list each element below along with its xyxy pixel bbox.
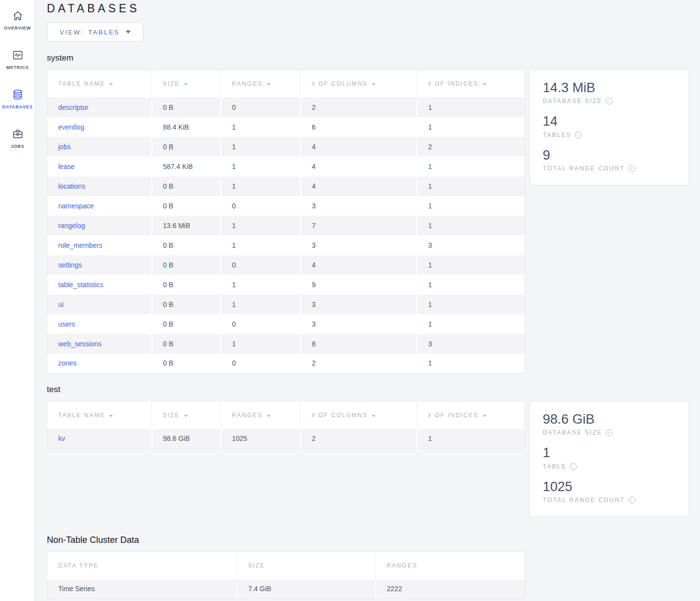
table-name-link[interactable]: jobs xyxy=(58,143,71,151)
table-name-link[interactable]: descriptor xyxy=(58,103,88,111)
table-cell: 1 xyxy=(417,98,525,117)
table-cell: 2 xyxy=(417,137,525,157)
sidebar-item-jobs[interactable]: JOBS xyxy=(0,118,35,158)
table-name-cell: rangelog xyxy=(47,216,152,235)
table-name-cell: settings xyxy=(47,255,152,275)
summary-stat: 1TABLEi xyxy=(543,445,676,469)
table-cell: 1 xyxy=(417,196,525,216)
table-name-link[interactable]: namespace xyxy=(58,202,94,210)
stat-value: 9 xyxy=(543,147,676,163)
table-cell: 3 xyxy=(301,314,417,334)
stat-label: DATABASE SIZEi xyxy=(543,429,676,436)
column-header[interactable]: TABLE NAME xyxy=(47,401,152,429)
stat-label-text: TOTAL RANGE COUNT xyxy=(543,497,625,503)
table-name-link[interactable]: table_statistics xyxy=(58,281,104,289)
stat-label-text: DATABASE SIZE xyxy=(543,98,602,104)
table-cell: 4 xyxy=(301,137,417,157)
non-table-section: Non-Table Cluster Data DATA TYPESIZERANG… xyxy=(47,535,700,599)
column-header[interactable]: # OF COLUMNS xyxy=(301,401,417,429)
info-icon[interactable]: i xyxy=(606,429,613,436)
table-cell: 0 B xyxy=(152,98,221,117)
table-cell: 0 xyxy=(221,98,301,117)
table-cell: 0 B xyxy=(152,137,221,157)
sidebar-item-label: METRICS xyxy=(6,65,29,70)
column-header-label: # OF COLUMNS xyxy=(312,412,368,419)
stat-label: DATABASE SIZEi xyxy=(543,98,676,104)
stat-label-text: TOTAL RANGE COUNT xyxy=(543,165,625,172)
table-cell: 1 xyxy=(417,255,525,275)
sort-caret-icon xyxy=(184,415,188,417)
column-header[interactable]: # OF COLUMNS xyxy=(301,70,417,98)
table-name-cell: descriptor xyxy=(47,98,152,117)
table-row: users0 B031 xyxy=(47,314,525,334)
table-cell: 1 xyxy=(417,117,525,137)
info-icon[interactable]: i xyxy=(629,165,635,172)
table-name-link[interactable]: locations xyxy=(58,182,85,190)
table-name-link[interactable]: web_sessions xyxy=(58,340,102,348)
table-row: kv98.6 GiB102521 xyxy=(47,429,525,449)
table-cell: 0 B xyxy=(152,314,221,334)
column-header[interactable]: TABLE NAME xyxy=(47,70,152,98)
table-name-link[interactable]: role_members xyxy=(58,241,102,249)
table-cell: 1 xyxy=(417,429,525,449)
sidebar-item-databases[interactable]: DATABASES xyxy=(0,79,35,118)
info-icon[interactable]: i xyxy=(570,463,577,470)
table-row: rangelog13.6 MiB171 xyxy=(47,216,525,235)
stat-label: TOTAL RANGE COUNTi xyxy=(543,497,676,503)
jobs-icon xyxy=(11,128,24,140)
column-header[interactable]: # OF INDICES xyxy=(417,401,525,429)
info-icon[interactable]: i xyxy=(629,497,635,503)
sidebar: OVERVIEWMETRICSDATABASESJOBS xyxy=(0,0,35,601)
sidebar-item-label: DATABASES xyxy=(2,104,33,109)
database-summary-panel: 14.3 MiBDATABASE SIZEi14TABLESi9TOTAL RA… xyxy=(529,69,689,185)
database-section-body: TABLE NAMESIZERANGES# OF COLUMNS# OF IND… xyxy=(47,401,700,517)
database-name-heading: test xyxy=(47,385,700,395)
view-dropdown[interactable]: VIEW: TABLES xyxy=(47,22,143,42)
table-name-link[interactable]: lease xyxy=(58,163,74,170)
table-cell: 3 xyxy=(417,235,525,255)
sort-caret-icon xyxy=(372,83,376,86)
table-cell: 1025 xyxy=(221,429,301,449)
table-row: descriptor0 B021 xyxy=(47,98,525,117)
table-name-link[interactable]: users xyxy=(58,320,75,328)
sidebar-item-overview[interactable]: OVERVIEW xyxy=(0,0,35,39)
view-dropdown-value: TABLES xyxy=(88,29,120,36)
column-header-label: # OF INDICES xyxy=(428,80,479,87)
table-header-row: TABLE NAMESIZERANGES# OF COLUMNS# OF IND… xyxy=(47,401,525,429)
table-name-link[interactable]: settings xyxy=(58,261,82,269)
column-header[interactable]: SIZE xyxy=(152,401,221,429)
table-cell: 0 B xyxy=(152,255,221,275)
column-header[interactable]: RANGES xyxy=(221,70,301,98)
summary-stat: 98.6 GiBDATABASE SIZEi xyxy=(543,411,676,436)
sidebar-item-label: JOBS xyxy=(11,144,25,149)
table-cell: 1 xyxy=(221,235,301,255)
sidebar-item-metrics[interactable]: METRICS xyxy=(0,39,35,79)
table-name-link[interactable]: rangelog xyxy=(58,222,85,230)
table-name-link[interactable]: kv xyxy=(58,434,65,442)
table-row: namespace0 B031 xyxy=(47,196,525,216)
sort-caret-icon xyxy=(109,415,113,417)
table-name-cell: zones xyxy=(47,354,152,373)
sort-caret-icon xyxy=(483,83,487,86)
column-header: DATA TYPE xyxy=(47,552,237,579)
table-cell: 3 xyxy=(301,235,417,255)
column-header[interactable]: # OF INDICES xyxy=(417,70,525,98)
column-header[interactable]: RANGES xyxy=(221,401,301,429)
table-name-link[interactable]: zones xyxy=(58,359,76,367)
info-icon[interactable]: i xyxy=(606,98,613,104)
column-header-label: TABLE NAME xyxy=(58,412,105,419)
column-header-label: RANGES xyxy=(232,412,263,419)
table-row: locations0 B141 xyxy=(47,176,525,196)
column-header[interactable]: SIZE xyxy=(152,70,221,98)
table-cell: 1 xyxy=(221,176,301,196)
column-header-label: TABLE NAME xyxy=(58,80,105,87)
info-icon[interactable]: i xyxy=(575,132,582,138)
table-name-link[interactable]: eventlog xyxy=(58,123,84,131)
table-name-cell: namespace xyxy=(47,196,152,216)
table-cell: 4 xyxy=(301,157,417,176)
table-cell: 1 xyxy=(221,216,301,235)
table-name-link[interactable]: ui xyxy=(58,300,64,308)
stat-value: 14 xyxy=(543,113,676,129)
table-cell: 0 B xyxy=(152,235,221,255)
summary-stat: 1025TOTAL RANGE COUNTi xyxy=(543,479,676,503)
